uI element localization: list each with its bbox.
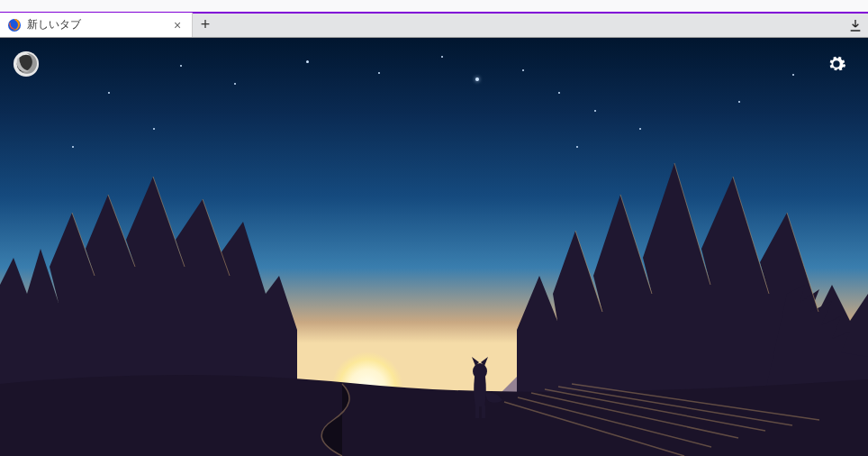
tab-close-button[interactable]: × <box>170 18 185 32</box>
firefox-logo-icon[interactable] <box>13 50 40 78</box>
customize-gear-button[interactable] <box>827 54 846 74</box>
fox-decoration <box>459 357 504 420</box>
foreground-decoration <box>0 357 868 456</box>
tab-title: 新しいタブ <box>27 17 165 32</box>
svg-rect-8 <box>475 406 479 418</box>
new-tab-page <box>0 38 868 456</box>
main-toolbar: URL または検索語句を入力します ← → 検索 <box>0 0 868 12</box>
tab-active[interactable]: 新しいタブ × <box>0 13 193 37</box>
svg-rect-9 <box>482 406 485 418</box>
tab-strip: 新しいタブ × + <box>0 12 868 38</box>
firefox-favicon-icon <box>7 18 22 32</box>
new-tab-button[interactable]: + <box>193 13 218 37</box>
downloads-button[interactable] <box>843 13 868 37</box>
